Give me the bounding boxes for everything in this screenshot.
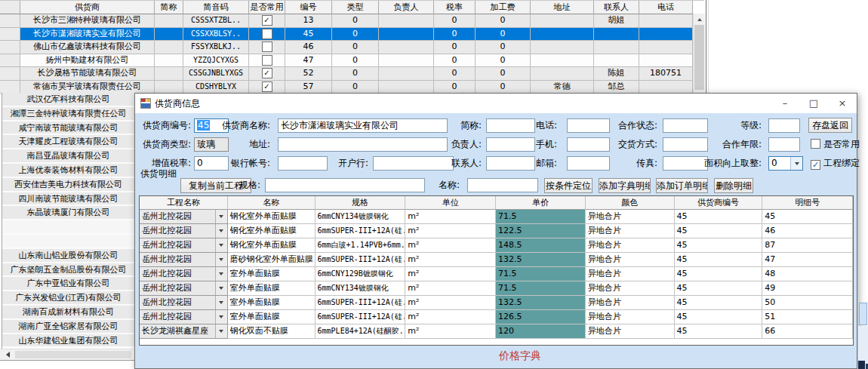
supplier-list-item[interactable]: 湖南百成新材料有限公司 <box>2 306 134 320</box>
grid-column-header[interactable]: 供货商编号 <box>675 196 763 210</box>
abbr-input[interactable] <box>486 118 535 133</box>
grade-input[interactable] <box>768 118 800 133</box>
column-header[interactable]: 简音码 <box>183 1 249 14</box>
horizontal-scrollbar[interactable] <box>0 349 134 360</box>
vertical-scrollbar[interactable] <box>693 14 705 93</box>
chevron-down-icon[interactable] <box>215 310 227 324</box>
project-name-combobox[interactable]: 岳州北控花园 <box>140 253 228 267</box>
project-name-combobox[interactable]: 岳州北控花园 <box>140 296 228 310</box>
supplier-list-item[interactable]: 咸宁南玻节能玻璃有限公司 <box>2 121 134 136</box>
common-use-checkbox[interactable] <box>262 55 272 66</box>
table-row[interactable]: 长沙市潇湘玻璃实业有限公司CSSXXBLSY..45000 <box>0 28 693 42</box>
column-header[interactable]: 负责人 <box>379 1 434 14</box>
chevron-down-icon[interactable] <box>215 296 227 309</box>
supplier-list-item[interactable]: 天津耀皮工程玻璃有限公司 <box>2 135 134 149</box>
dialog-titlebar[interactable]: 供货商信息 – □ × <box>135 94 857 113</box>
grid-row[interactable]: 岳州北控花园室外单面贴膜6mmSUPER-III+12A(硅...m²126.5… <box>140 310 853 324</box>
column-header[interactable]: 类型 <box>332 1 379 14</box>
chevron-down-icon[interactable] <box>215 324 227 338</box>
column-header[interactable]: 地址 <box>531 1 594 14</box>
project-bind-checkbox-field[interactable]: ✓工程绑定 <box>811 156 860 171</box>
address-input[interactable] <box>278 137 448 152</box>
grid-row[interactable]: 长沙龙湖祺鑫星座钢化双面不贴膜6mmPLE84+12A(硅酮胶...m²120异… <box>140 324 853 339</box>
coop-years-input[interactable] <box>768 137 800 152</box>
column-header[interactable]: 联系人 <box>594 1 639 14</box>
column-header[interactable]: 供货商 <box>20 1 155 14</box>
project-name-combobox[interactable]: 岳州北控花园 <box>140 224 228 238</box>
horizontal-scrollbar-thumb[interactable] <box>15 351 131 358</box>
bank-branch-input[interactable] <box>373 156 454 171</box>
supplier-list-item[interactable]: 武汉亿军科技有限公司 <box>2 93 134 107</box>
column-header[interactable]: 电话 <box>639 1 693 14</box>
background-scrollbar-thumb[interactable] <box>859 303 867 325</box>
grid-row[interactable]: 岳州北控花园室外单面贴膜6mmCNY134镀膜钢化m²71.5异地合片4549 <box>140 281 853 296</box>
grid-column-header[interactable]: 工程名称 <box>140 196 228 210</box>
common-use-checkbox[interactable] <box>811 139 820 149</box>
add-dictionary-detail-button[interactable]: 添加字典明细 <box>599 178 651 193</box>
delete-detail-button[interactable]: 删除明细 <box>714 178 753 193</box>
minimize-button[interactable]: – <box>771 94 799 113</box>
project-name-combobox[interactable]: 岳州北控花园 <box>140 310 228 324</box>
supplier-list-item[interactable]: 湘潭三金特种玻璃有限责任公司 <box>2 107 134 121</box>
supplier-list-item[interactable]: 西安佳吉美电力科技有限公司 <box>2 178 134 192</box>
supplier-list-item[interactable]: 广东坚朗五金制品股份有限公司 <box>2 263 134 278</box>
save-return-button[interactable]: 存盘返回 <box>808 118 852 133</box>
supplier-list-item[interactable]: 东晶玻璃厦门有限公司 <box>2 206 134 220</box>
scroll-up-icon[interactable] <box>694 14 705 25</box>
chevron-down-icon[interactable] <box>790 157 802 170</box>
manager-input[interactable] <box>486 137 535 152</box>
vertical-scrollbar-thumb[interactable] <box>694 25 704 90</box>
vat-rate-input[interactable]: 0 <box>194 156 229 171</box>
email-input[interactable] <box>567 156 610 171</box>
project-name-combobox[interactable]: 岳州北控花园 <box>140 238 228 253</box>
bank-account-input[interactable] <box>278 156 328 171</box>
locate-by-condition-button[interactable]: 按条件定位 <box>544 178 593 193</box>
grid-row[interactable]: 岳州北控花园室外单面贴膜6mmCNY129B镀膜钢化m²71.5异地合片4548 <box>140 267 853 281</box>
supplier-list-item[interactable]: 南昌亚晶玻璃有限公司 <box>2 149 134 164</box>
coop-status-input[interactable] <box>663 118 708 133</box>
project-name-combobox[interactable]: 岳州北控花园 <box>140 281 228 296</box>
delivery-method-input[interactable] <box>663 137 708 152</box>
column-header[interactable]: 是否常用 <box>249 1 285 14</box>
common-use-checkbox[interactable]: ✓ <box>262 81 272 92</box>
common-use-checkbox-field[interactable]: 是否常用 <box>811 137 860 152</box>
supplier-list-item[interactable]: 上海优泰装饰材料有限公司 <box>2 164 134 178</box>
supplier-name-input[interactable]: 长沙市潇湘玻璃实业有限公司 <box>278 118 448 133</box>
grid-column-header[interactable]: 规格 <box>315 196 406 210</box>
chevron-down-icon[interactable] <box>215 238 227 252</box>
table-row[interactable]: 佛山市亿鑫玻璃科技有限公司FSSYXBLKJ..46000 <box>0 41 693 54</box>
project-name-combobox[interactable]: 岳州北控花园 <box>140 267 228 281</box>
chevron-down-icon[interactable] <box>215 281 227 295</box>
grid-row[interactable]: 岳州北控花园钢化室外单面贴膜6mmSUPER-III+12A(硅...m²122… <box>140 224 853 238</box>
column-header[interactable]: 加工费 <box>476 1 531 14</box>
supplier-list-item[interactable] <box>2 220 134 235</box>
column-header[interactable]: 编号 <box>285 1 332 14</box>
name-filter-input[interactable] <box>467 178 538 192</box>
chevron-down-icon[interactable] <box>215 224 227 238</box>
chevron-down-icon[interactable] <box>215 210 227 223</box>
column-header[interactable]: 简称 <box>155 1 183 14</box>
supplier-type-input[interactable]: 玻璃 <box>194 137 229 152</box>
mobile-input[interactable] <box>567 137 610 152</box>
project-name-combobox[interactable]: 岳州北控花园 <box>140 210 228 224</box>
grid-column-header[interactable]: 单价 <box>496 196 586 210</box>
common-use-checkbox[interactable]: ✓ <box>262 68 272 78</box>
grid-column-header[interactable]: 名称 <box>228 196 315 210</box>
table-row[interactable]: 长沙晟格节能玻璃有限公司CSSGJNBLYXGS✓52000陈姐180751 <box>0 67 693 81</box>
chevron-down-icon[interactable] <box>215 253 227 266</box>
grid-row[interactable]: 岳州北控花园钢化室外单面贴膜6mmCNY134镀膜钢化m²71.5异地合片454… <box>140 210 853 224</box>
add-order-detail-button[interactable]: 添加订单明细 <box>656 178 708 193</box>
supplier-list-item[interactable]: 山东南山铝业股份有限公司 <box>2 249 134 263</box>
grid-row[interactable]: 岳州北控花园磨砂钢化室外单面贴膜6mmSUPER-III+12A(硅...m²1… <box>140 253 853 267</box>
common-use-checkbox[interactable] <box>262 42 272 52</box>
table-row[interactable]: 扬州中勤建材有限公司YZZQJCYXGS47000 <box>0 54 693 68</box>
contact-input[interactable] <box>486 156 535 171</box>
grid-column-header[interactable]: 颜色 <box>586 196 675 210</box>
spec-filter-input[interactable] <box>265 178 425 192</box>
chevron-down-icon[interactable] <box>215 267 227 281</box>
common-use-checkbox[interactable]: ✓ <box>262 15 272 26</box>
supplier-list-item[interactable]: 湖南广亚全铝家居有限公司 <box>2 320 134 334</box>
column-header[interactable]: 税率 <box>434 1 476 14</box>
close-button[interactable]: × <box>828 94 857 113</box>
supplier-list-item[interactable]: 广东中亚铝业有限公司 <box>2 277 134 291</box>
